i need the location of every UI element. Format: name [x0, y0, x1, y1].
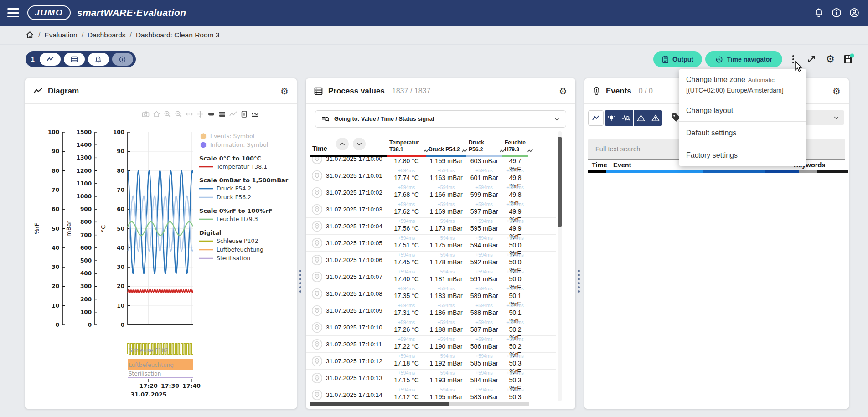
- value-column-header[interactable]: Feuchte H79.3: [502, 139, 532, 153]
- filter-alarms-button[interactable]: [604, 110, 619, 126]
- toggle-info-view[interactable]: [112, 53, 133, 66]
- pin-icon[interactable]: [311, 355, 323, 367]
- row-value-cell: +594ms17.45 °C: [387, 252, 426, 268]
- breadcrumb-item-evaluation[interactable]: Evaluation: [44, 31, 77, 39]
- more-options-button[interactable]: [785, 51, 801, 67]
- process-table-row[interactable]: 31.07.2025 17:10:07+594ms17.40 °C+594ms1…: [306, 268, 556, 285]
- svg-text:0: 0: [121, 322, 124, 328]
- filter-signal-search-button[interactable]: [619, 110, 633, 126]
- zoom-out-icon[interactable]: [175, 110, 182, 118]
- account-icon[interactable]: [849, 7, 860, 18]
- toggle-legend-icon[interactable]: [218, 110, 226, 118]
- toggle-diagram-view[interactable]: [40, 53, 61, 66]
- svg-text:40: 40: [52, 245, 59, 251]
- value-column-header[interactable]: Druck P54.2: [426, 146, 470, 153]
- panel-resize-handle[interactable]: [578, 270, 580, 293]
- home-icon[interactable]: [153, 110, 160, 118]
- menu-item-change-time-zone[interactable]: Change time zoneAutomatic [(UTC+02:00) E…: [679, 69, 806, 99]
- toggle-labels-icon[interactable]: [207, 110, 215, 118]
- toggle-events-view[interactable]: [88, 53, 109, 66]
- chevron-down-icon: [834, 116, 839, 119]
- pin-icon[interactable]: [311, 288, 323, 299]
- process-table-row[interactable]: 31.07.2025 17:10:02+594ms17.68 °C+594ms1…: [306, 184, 556, 201]
- process-table-row[interactable]: 31.07.2025 17:10:13+594ms17.15 °C+594ms1…: [306, 370, 556, 386]
- value-column-header[interactable]: Temperatur T38.1: [387, 139, 429, 153]
- home-icon[interactable]: [26, 31, 34, 39]
- pin-icon[interactable]: [311, 322, 323, 333]
- svg-text:40: 40: [117, 245, 124, 251]
- process-table-row[interactable]: 31.07.2025 17:10:04+594ms17.56 °C+594ms1…: [306, 218, 556, 235]
- pin-icon[interactable]: [311, 389, 323, 401]
- process-table-row[interactable]: 31.07.2025 17:10:10+594ms17.26 °C+594ms1…: [306, 319, 556, 336]
- pin-icon[interactable]: [311, 204, 323, 215]
- pin-icon[interactable]: [311, 254, 323, 266]
- process-table-row[interactable]: 31.07.2025 17:10:05+594ms17.51 °C+594ms1…: [306, 235, 556, 252]
- svg-text:60: 60: [52, 206, 59, 212]
- time-navigator-button[interactable]: Time navigator: [705, 51, 782, 67]
- area-mode-icon[interactable]: [251, 110, 259, 118]
- view-toggle-group: 1: [26, 51, 136, 67]
- menu-item-default-settings[interactable]: Default settings: [679, 121, 806, 144]
- pin-icon[interactable]: [311, 271, 323, 283]
- svg-text:Scale 0mBar to 1,500mBar: Scale 0mBar to 1,500mBar: [199, 177, 289, 184]
- range-slider-icon[interactable]: [240, 110, 248, 118]
- svg-text:600: 600: [80, 245, 92, 251]
- process-table-row[interactable]: 31.07.2025 17:10:01+594ms17.74 °C+594ms1…: [306, 167, 556, 184]
- diagram-chart[interactable]: 0102030405060708090100%rF010020030040050…: [25, 104, 297, 408]
- autoscale-icon[interactable]: [186, 110, 193, 118]
- process-table-row[interactable]: 31.07.2025 17:10:08+594ms17.35 °C+594ms1…: [306, 285, 556, 302]
- process-table-row[interactable]: 31.07.2025 17:10:11+594ms17.22 °C+594ms1…: [306, 336, 556, 353]
- vertical-scrollbar-thumb[interactable]: [558, 137, 562, 227]
- pin-icon[interactable]: [311, 170, 323, 181]
- pin-icon[interactable]: [311, 221, 323, 232]
- output-button[interactable]: Output: [653, 51, 702, 67]
- goto-search-dropdown[interactable]: Going to: Value / Time / Status signal: [315, 110, 566, 128]
- process-table-row[interactable]: 31.07.2025 17:10:00+594ms17.80 °C+594ms1…: [306, 157, 556, 167]
- process-table-row[interactable]: 31.07.2025 17:10:09+594ms17.31 °C+594ms1…: [306, 302, 556, 319]
- wave-icon: [527, 149, 533, 153]
- pin-icon[interactable]: [311, 237, 323, 249]
- settings-button[interactable]: ⚙: [822, 51, 838, 67]
- row-timestamp: 31.07.2025 17:10:01: [326, 167, 382, 184]
- row-value-cell: +594ms17.51 °C: [387, 235, 426, 252]
- menu-icon[interactable]: [7, 8, 19, 17]
- fullscreen-button[interactable]: [804, 51, 819, 67]
- notifications-icon[interactable]: [813, 7, 824, 18]
- menu-item-factory-settings[interactable]: Factory settings: [679, 144, 806, 166]
- process-table-row[interactable]: 31.07.2025 17:10:14+594ms17.12 °C+594ms1…: [306, 386, 556, 402]
- zoom-in-icon[interactable]: [164, 110, 171, 118]
- info-icon[interactable]: [831, 7, 842, 18]
- camera-icon[interactable]: [142, 110, 150, 118]
- process-table-row[interactable]: 31.07.2025 17:10:12+594ms17.18 °C+594ms1…: [306, 353, 556, 370]
- toggle-chart-markers-button[interactable]: [588, 110, 604, 126]
- pin-icon[interactable]: [311, 187, 323, 198]
- filter-warnings-button[interactable]: [648, 110, 662, 126]
- breadcrumb-item-dashboards[interactable]: Dashboards: [88, 31, 126, 39]
- process-table-row[interactable]: 31.07.2025 17:10:06+594ms17.45 °C+594ms1…: [306, 252, 556, 268]
- spike-line-icon[interactable]: [229, 110, 237, 118]
- horizontal-scrollbar-thumb[interactable]: [310, 402, 450, 406]
- gear-icon[interactable]: ⚙: [280, 87, 289, 96]
- pin-icon[interactable]: [311, 372, 323, 384]
- pin-icon[interactable]: [311, 305, 323, 316]
- row-value-cell: +594ms49.8 %rF: [502, 184, 528, 201]
- gear-icon[interactable]: ⚙: [832, 87, 841, 96]
- toggle-table-view[interactable]: [64, 53, 85, 66]
- save-button[interactable]: [841, 51, 856, 67]
- pin-icon[interactable]: [311, 339, 323, 350]
- svg-text:Feuchte H79.3: Feuchte H79.3: [217, 216, 258, 222]
- svg-text:Sterilisation: Sterilisation: [129, 371, 161, 377]
- row-timestamp: 31.07.2025 17:10:08: [326, 285, 382, 302]
- panel-resize-handle[interactable]: [299, 270, 302, 293]
- row-value-cell: +594ms599 mBar: [466, 184, 502, 201]
- gear-icon[interactable]: ⚙: [559, 87, 567, 96]
- sort-up-button[interactable]: [336, 138, 349, 150]
- menu-item-change-layout[interactable]: Change layout: [679, 99, 806, 121]
- process-table-row[interactable]: 31.07.2025 17:10:03+594ms17.62 °C+594ms1…: [306, 201, 556, 218]
- svg-text:10: 10: [52, 303, 59, 309]
- sort-down-button[interactable]: [353, 138, 366, 150]
- filter-errors-button[interactable]: [634, 110, 648, 126]
- pan-icon[interactable]: [196, 110, 204, 118]
- value-column-header[interactable]: Druck P56.2: [466, 139, 506, 153]
- pin-icon[interactable]: [311, 157, 323, 165]
